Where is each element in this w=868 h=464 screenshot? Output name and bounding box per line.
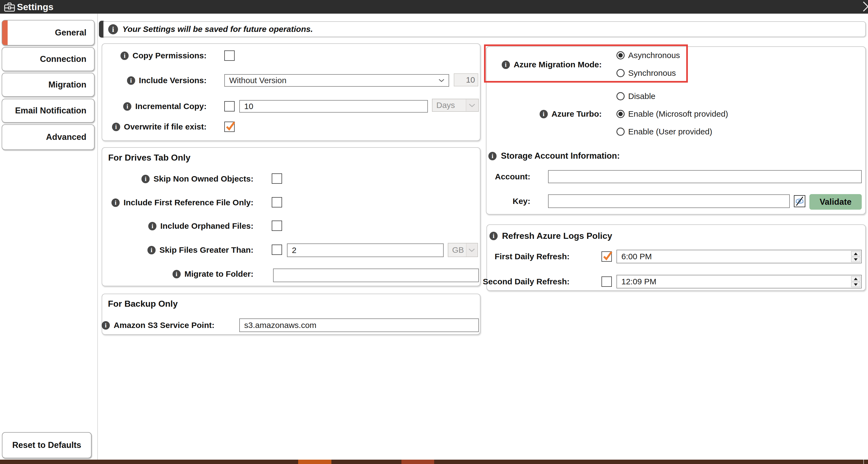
info-icon: i — [488, 152, 497, 160]
copy-permissions-checkbox[interactable] — [224, 51, 235, 61]
info-banner: i Your Settings will be saved for future… — [103, 21, 866, 37]
key-label: Key: — [491, 196, 530, 207]
radio-asynchronous-label: Asynchronous — [628, 50, 680, 61]
radio-asynchronous[interactable] — [616, 51, 625, 59]
include-orphaned-label: iInclude Orphaned Files: — [104, 221, 253, 231]
storage-account-heading: iStorage Account Information: — [488, 151, 652, 161]
refresh-logs-heading: iRefresh Azure Logs Policy — [490, 230, 680, 241]
info-icon: i — [102, 321, 110, 330]
second-daily-refresh-checkbox[interactable] — [601, 276, 612, 287]
info-icon: i — [123, 102, 131, 111]
overwrite-checkbox[interactable] — [224, 122, 235, 132]
incremental-copy-unit-select: Days — [432, 99, 479, 112]
backup-group-title: For Backup Only — [108, 299, 178, 309]
chevron-down-icon — [469, 249, 475, 252]
settings-window-icon — [4, 2, 15, 12]
migrate-to-folder-input[interactable] — [273, 269, 479, 282]
info-icon: i — [173, 270, 181, 278]
skip-files-greater-checkbox[interactable] — [272, 245, 282, 255]
key-input[interactable] — [548, 194, 790, 208]
tab-general[interactable]: General — [2, 20, 95, 45]
radio-disable[interactable] — [616, 92, 625, 100]
include-first-ref-label: iInclude First Reference File Only: — [104, 197, 253, 208]
sidebar-divider — [97, 13, 98, 460]
radio-enable-microsoft[interactable] — [616, 110, 625, 118]
second-daily-refresh-label: Second Daily Refresh: — [488, 276, 569, 287]
taskbar-orange-segment — [298, 460, 331, 464]
azure-migration-mode-label: iAzure Migration Mode: — [491, 59, 602, 70]
info-icon: i — [490, 232, 498, 240]
incremental-copy-label: iIncremental Copy: — [104, 101, 207, 112]
include-versions-label: iInclude Versions: — [104, 75, 207, 86]
versions-count-field: 10 — [454, 73, 478, 86]
active-tab-accent — [2, 21, 8, 45]
incremental-copy-value-input[interactable] — [239, 100, 428, 113]
chevron-down-icon — [469, 104, 475, 107]
spin-down-icon — [851, 282, 860, 287]
second-daily-refresh-time[interactable]: 12:09 PM — [616, 275, 862, 288]
info-icon: i — [539, 110, 548, 118]
info-icon: i — [120, 52, 129, 60]
include-versions-select[interactable]: Without Version — [224, 74, 449, 87]
bottom-taskbar-strip — [0, 460, 868, 464]
account-input[interactable] — [548, 170, 862, 183]
radio-enable-user[interactable] — [616, 128, 625, 136]
radio-enable-microsoft-label: Enable (Microsoft provided) — [628, 109, 728, 119]
skip-files-greater-label: iSkip Files Greater Than: — [104, 245, 253, 255]
migrate-to-folder-label: iMigrate to Folder: — [104, 269, 253, 279]
info-icon: i — [127, 76, 135, 85]
info-icon: i — [142, 175, 150, 183]
banner-text: Your Settings will be saved for future o… — [122, 22, 313, 36]
info-icon: i — [112, 198, 120, 207]
spin-up-icon — [851, 251, 860, 256]
taskbar-brick-segment — [401, 460, 434, 464]
reset-to-defaults-button[interactable]: Reset to Defaults — [2, 432, 92, 458]
tab-email-notification[interactable]: Email Notification — [2, 99, 95, 123]
spin-down-icon — [851, 257, 860, 262]
radio-synchronous[interactable] — [616, 69, 625, 77]
skip-files-unit-select: GB — [448, 243, 478, 257]
drives-group-title: For Drives Tab Only — [108, 153, 190, 163]
close-icon[interactable] — [862, 1, 868, 12]
time-spinner[interactable] — [851, 251, 860, 262]
radio-disable-label: Disable — [628, 91, 655, 102]
s3-service-point-label: iAmazon S3 Service Point: — [104, 320, 215, 331]
radio-synchronous-label: Synchronous — [628, 68, 676, 79]
skip-non-owned-label: iSkip Non Owned Objects: — [104, 174, 253, 184]
spin-up-icon — [851, 276, 860, 281]
tab-advanced[interactable]: Advanced — [2, 124, 95, 150]
include-orphaned-checkbox[interactable] — [272, 221, 282, 231]
s3-service-point-input[interactable] — [239, 318, 479, 332]
window-title: Settings — [17, 0, 54, 13]
title-bar — [0, 0, 868, 13]
chevron-down-icon — [439, 79, 444, 82]
validate-button[interactable]: Validate — [809, 194, 862, 210]
info-icon: i — [148, 246, 156, 254]
tab-connection[interactable]: Connection — [2, 47, 95, 71]
tab-migration[interactable]: Migration — [2, 73, 95, 97]
info-icon: i — [502, 61, 510, 69]
first-daily-refresh-checkbox[interactable] — [601, 251, 612, 262]
account-label: Account: — [491, 171, 530, 182]
info-icon: i — [108, 24, 118, 34]
radio-enable-user-label: Enable (User provided) — [628, 126, 712, 137]
first-daily-refresh-time[interactable]: 6:00 PM — [616, 250, 862, 264]
skip-files-value-input[interactable] — [287, 243, 444, 257]
info-icon: i — [148, 222, 156, 230]
overwrite-label: iOverwrite if file exist: — [104, 121, 207, 132]
info-icon: i — [112, 123, 120, 131]
azure-turbo-label: iAzure Turbo: — [491, 109, 602, 119]
show-key-button[interactable] — [794, 195, 805, 207]
first-daily-refresh-label: First Daily Refresh: — [488, 251, 569, 262]
incremental-copy-checkbox[interactable] — [224, 101, 235, 112]
copy-permissions-label: iCopy Permissions: — [104, 50, 207, 61]
time-spinner[interactable] — [851, 276, 860, 287]
eye-slash-icon — [795, 196, 805, 207]
include-first-ref-checkbox[interactable] — [272, 197, 282, 208]
drives-group — [102, 147, 480, 286]
skip-non-owned-checkbox[interactable] — [272, 174, 282, 184]
taskbar-edge-line — [863, 460, 864, 464]
